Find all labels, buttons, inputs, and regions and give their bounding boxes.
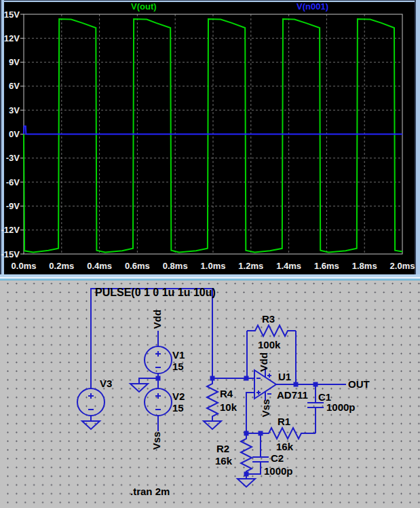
window-border	[0, 0, 420, 1]
window-border	[415, 0, 416, 274]
y-tick-label: 3V	[9, 105, 20, 115]
x-tick-label: 1.8ms	[352, 261, 377, 271]
v1-value-label[interactable]: 15	[172, 361, 184, 372]
y-tick-label: -15V	[1, 249, 20, 259]
x-tick-label: 0.4ms	[87, 261, 112, 271]
noninverting-input-mark	[256, 391, 261, 395]
r3-name-label[interactable]: R3	[262, 313, 275, 325]
ground-symbol-supply[interactable]	[130, 384, 148, 392]
y-tick-label: 15V	[4, 10, 20, 20]
voltage-source-v1[interactable]	[145, 346, 172, 374]
x-tick-label: 0.6ms	[125, 261, 150, 271]
r3-value-label[interactable]: 100k	[258, 339, 281, 350]
ltspice-window: 15V12V9V6V3V0V-3V-6V-9V-12V-15V0.0ms0.2m…	[0, 0, 420, 508]
u1-name-label[interactable]: U1	[278, 371, 291, 382]
y-tick-label: 0V	[9, 129, 20, 139]
y-tick-label: -6V	[6, 177, 20, 187]
wire-v3-to-input[interactable]	[91, 289, 212, 388]
v2-value-label[interactable]: 15	[172, 402, 184, 414]
opamp-vss-label[interactable]: Vss	[260, 399, 271, 418]
legend-vn001[interactable]: V(n001)	[297, 1, 328, 12]
junction-dot	[313, 382, 318, 387]
x-tick-label: 1.2ms	[238, 261, 263, 271]
y-tick-label: 6V	[9, 81, 20, 91]
resistor-r3[interactable]	[247, 325, 296, 336]
x-tick-label: 0.2ms	[49, 261, 74, 271]
r2-value-label[interactable]: 16k	[215, 455, 233, 467]
window-border	[0, 1, 420, 2]
voltage-source-v2[interactable]	[145, 388, 172, 416]
y-tick-label: -9V	[6, 201, 20, 211]
waveform-plot[interactable]: 15V12V9V6V3V0V-3V-6V-9V-12V-15V0.0ms0.2m…	[0, 0, 420, 274]
u1-part-label[interactable]: AD711	[277, 389, 308, 401]
wire-noninverting-input[interactable]	[246, 393, 254, 433]
legend-vout[interactable]: V(out)	[131, 1, 157, 12]
x-tick-label: 1.0ms	[201, 261, 226, 271]
c1-value-label[interactable]: 1000p	[326, 401, 356, 413]
schematic-pane[interactable]: PULSE(0 1 0 1u 1u 10u) V3 Vdd V1 15 V2 1…	[0, 280, 420, 508]
x-tick-label: 2.0ms	[390, 261, 415, 271]
junction-dot	[156, 376, 161, 381]
x-tick-label: 1.4ms	[276, 261, 301, 271]
ground-symbol-r4[interactable]	[204, 421, 221, 429]
capacitor-c1[interactable]	[307, 403, 324, 407]
y-tick-label: -12V	[1, 225, 20, 235]
junction-dot	[259, 431, 263, 436]
window-border	[416, 0, 420, 274]
r4-value-label[interactable]: 10k	[220, 401, 237, 413]
y-tick-label: 9V	[9, 57, 20, 67]
tran-directive[interactable]: .tran 2m	[130, 486, 170, 497]
v1-name-label[interactable]: V1	[172, 349, 185, 361]
resistor-r2[interactable]	[241, 433, 252, 474]
resistor-r1[interactable]	[261, 428, 316, 439]
junction-dot	[294, 382, 299, 387]
capacitor-c2[interactable]	[252, 457, 269, 462]
r2-name-label[interactable]: R2	[216, 443, 229, 454]
vdd-pin-mark	[267, 374, 271, 378]
resistor-r4[interactable]	[207, 378, 218, 419]
junction-dot	[244, 472, 249, 477]
r4-name-label[interactable]: R4	[220, 388, 233, 399]
voltage-source-v3[interactable]	[77, 388, 104, 416]
c2-name-label[interactable]: C2	[271, 452, 284, 464]
junction-dot	[244, 376, 249, 381]
pane-divider[interactable]	[0, 274, 420, 280]
c2-value-label[interactable]: 1000p	[264, 465, 293, 477]
junction-dot	[210, 376, 215, 381]
net-label-vdd[interactable]: Vdd	[151, 310, 163, 329]
y-tick-label: -3V	[6, 153, 20, 163]
x-tick-label: 0.8ms	[163, 261, 188, 271]
x-tick-label: 1.6ms	[314, 261, 339, 271]
v3-value-label[interactable]: PULSE(0 1 0 1u 1u 10u)	[95, 287, 216, 298]
x-tick-label: 0.0ms	[12, 261, 37, 271]
opamp-vdd-label[interactable]: Vdd	[258, 352, 269, 371]
v2-name-label[interactable]: V2	[172, 391, 185, 402]
waveform-pane[interactable]: 15V12V9V6V3V0V-3V-6V-9V-12V-15V0.0ms0.2m…	[0, 0, 420, 274]
ground-symbol-v3[interactable]	[82, 421, 100, 429]
y-tick-label: 12V	[4, 33, 20, 43]
r1-name-label[interactable]: R1	[278, 416, 290, 427]
out-port-label[interactable]: OUT	[348, 378, 370, 390]
v3-name-label[interactable]: V3	[100, 378, 112, 389]
net-label-vss[interactable]: Vss	[151, 432, 162, 450]
ground-symbol-r2[interactable]	[237, 479, 255, 487]
wire-supply-ground[interactable]	[139, 378, 158, 384]
r1-value-label[interactable]: 16k	[276, 441, 294, 452]
junction-dot	[244, 431, 249, 436]
